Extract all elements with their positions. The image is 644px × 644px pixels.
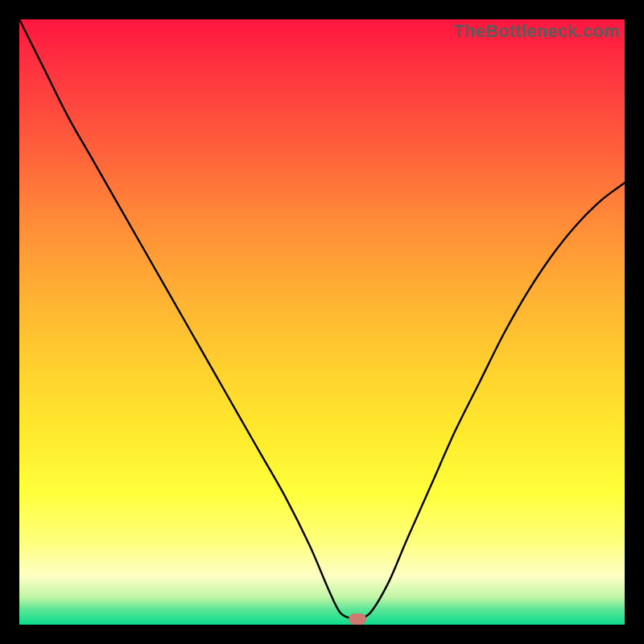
curve-path	[19, 19, 625, 619]
optimum-marker	[349, 613, 366, 625]
bottleneck-curve	[19, 19, 625, 625]
plot-frame: TheBottleneck.com	[19, 19, 625, 625]
